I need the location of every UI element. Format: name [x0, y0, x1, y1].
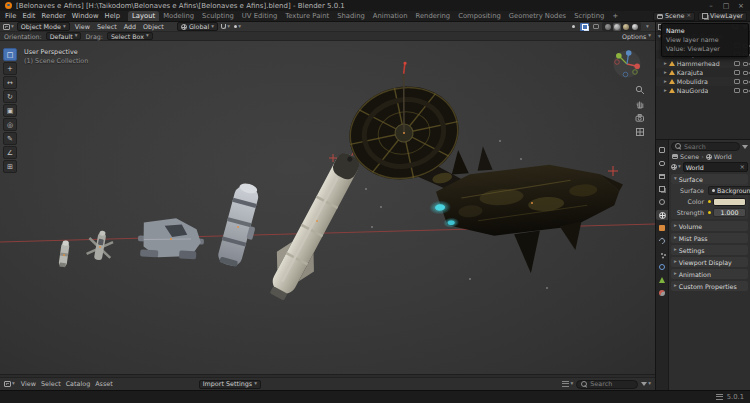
proportional-editing-toggle[interactable]: ▾	[233, 23, 242, 31]
tab-output[interactable]	[656, 171, 668, 181]
shading-wireframe[interactable]	[604, 23, 612, 31]
tool-annotate[interactable]: ✎	[3, 132, 17, 145]
tab-layout[interactable]: Layout	[128, 11, 159, 21]
viewport-visibility-icon[interactable]	[734, 70, 740, 75]
viewport-menu-select[interactable]: Select	[95, 23, 119, 31]
zoom-icon[interactable]	[635, 85, 645, 95]
tool-cursor[interactable]: +	[3, 62, 17, 75]
menu-window[interactable]: Window	[69, 12, 102, 20]
tool-transform[interactable]: ◎	[3, 118, 17, 131]
tab-view-layer[interactable]	[656, 184, 668, 194]
menu-render[interactable]: Render	[39, 12, 69, 20]
tab-animation[interactable]: Animation	[369, 11, 412, 21]
tab-shading[interactable]: Shading	[333, 11, 369, 21]
viewport-visibility-icon[interactable]	[734, 88, 740, 93]
mode-selector[interactable]: Object Mode▾	[17, 22, 70, 31]
camera-view-icon[interactable]	[635, 113, 645, 123]
tool-rotate[interactable]: ↻	[3, 90, 17, 103]
tab-tool[interactable]	[656, 145, 668, 155]
ship-ring-rotor[interactable]	[336, 53, 471, 207]
tool-move[interactable]: ↔	[3, 76, 17, 89]
tab-geometry-nodes[interactable]: Geometry Nodes	[505, 11, 570, 21]
outliner-row-naugorda[interactable]: ▸ NauGorda	[656, 86, 750, 95]
tab-scripting[interactable]: Scripting	[570, 11, 608, 21]
menu-help[interactable]: Help	[102, 12, 124, 20]
tab-object[interactable]	[656, 223, 668, 233]
surface-panel-header[interactable]: ▾ Surface	[671, 174, 748, 184]
tab-physics[interactable]	[656, 262, 668, 272]
perspective-toggle-icon[interactable]	[635, 127, 645, 137]
drag-selector[interactable]: Select Box▾	[107, 32, 153, 40]
import-settings-dropdown[interactable]: Import Settings ▾	[199, 380, 261, 389]
viewport-visibility-icon[interactable]	[734, 79, 740, 84]
tool-select-box[interactable]: □	[3, 48, 17, 61]
outliner-row-karajuta[interactable]: ▸ Karajuta	[656, 68, 750, 77]
asset-menu-view[interactable]: View	[19, 380, 38, 388]
asset-filter-button[interactable]: ▾	[641, 380, 651, 388]
shading-material[interactable]	[622, 23, 630, 31]
strength-value-field[interactable]: 1.000	[713, 208, 746, 217]
ship-fighter[interactable]	[86, 229, 115, 262]
maximize-button[interactable]: □	[722, 2, 730, 10]
tab-modifiers[interactable]	[656, 236, 668, 246]
tab-compositing[interactable]: Compositing	[454, 11, 505, 21]
render-visibility-icon[interactable]	[743, 80, 748, 84]
viewport-menu-object[interactable]: Object	[141, 23, 166, 31]
tab-object-data[interactable]	[656, 275, 668, 285]
minimize-button[interactable]: –	[707, 2, 715, 10]
tab-world[interactable]	[656, 210, 668, 220]
render-visibility-icon[interactable]	[743, 71, 748, 75]
unlink-datablock-icon[interactable]: ×	[740, 163, 745, 171]
asset-search-input[interactable]: Search	[576, 380, 638, 389]
close-button[interactable]: ×	[737, 2, 745, 10]
scene-selector[interactable]: Scene ×	[653, 12, 695, 21]
navigation-gizmo[interactable]	[612, 49, 642, 83]
custom-properties-panel-header[interactable]: ▸ Custom Properties	[671, 281, 748, 291]
color-decorator-icon[interactable]	[708, 200, 711, 203]
animation-panel-header[interactable]: ▸ Animation	[671, 269, 748, 279]
tab-sculpting[interactable]: Sculpting	[198, 11, 238, 21]
asset-menu-select[interactable]: Select	[39, 380, 63, 388]
render-visibility-icon[interactable]	[743, 62, 748, 66]
scene-close-icon[interactable]: ×	[686, 13, 691, 19]
add-workspace-button[interactable]: +	[608, 11, 622, 21]
strength-decorator-icon[interactable]	[708, 211, 711, 214]
viewport-3d[interactable]: □ + ↔ ↻ ▣ ◎ ✎ ∠ ⊞ User Perspective (1) S…	[0, 41, 655, 374]
asset-menu-catalog[interactable]: Catalog	[64, 380, 93, 388]
menu-edit[interactable]: Edit	[19, 12, 38, 20]
tab-uv-editing[interactable]: UV Editing	[238, 11, 281, 21]
show-gizmo-toggle[interactable]	[569, 23, 578, 31]
outliner-row-hammerhead[interactable]: ▸ Hammerhead	[656, 59, 750, 68]
overlays-toggle[interactable]	[580, 23, 589, 31]
settings-panel-header[interactable]: ▸ Settings	[671, 245, 748, 255]
world-datablock-browse-button[interactable]: ▾	[671, 163, 681, 171]
shading-solid[interactable]	[613, 23, 621, 31]
breadcrumb-world[interactable]: World	[714, 153, 732, 160]
world-color-swatch[interactable]	[713, 198, 746, 206]
world-name-field[interactable]: World ×	[683, 162, 748, 172]
orientation-selector[interactable]: Default▾	[46, 32, 82, 40]
ship-large-dark[interactable]	[425, 137, 629, 280]
mist-pass-panel-header[interactable]: ▸ Mist Pass	[671, 233, 748, 243]
tool-measure[interactable]: ∠	[3, 146, 17, 159]
tool-scale[interactable]: ▣	[3, 104, 17, 117]
asset-editor-type-button[interactable]: ▾	[4, 380, 15, 388]
tab-texture-paint[interactable]: Texture Paint	[281, 11, 333, 21]
tab-modeling[interactable]: Modeling	[159, 11, 198, 21]
surface-shader-button[interactable]: Background	[708, 186, 750, 195]
viewport-visibility-icon[interactable]	[734, 61, 740, 66]
viewport-display-panel-header[interactable]: ▸ Viewport Display	[671, 257, 748, 267]
tab-render[interactable]	[656, 158, 668, 168]
transform-orientation-selector[interactable]: Global ▾	[177, 22, 218, 31]
ship-tiny[interactable]	[58, 240, 70, 267]
display-mode-button[interactable]: ▾	[562, 380, 573, 388]
tool-options-dropdown[interactable]: Options▾	[622, 33, 651, 40]
shading-rendered[interactable]	[631, 23, 639, 31]
xray-toggle[interactable]	[591, 23, 600, 31]
ship-cylinder[interactable]	[216, 181, 266, 269]
volume-panel-header[interactable]: ▸ Volume	[671, 221, 748, 231]
pan-hand-icon[interactable]	[635, 99, 645, 109]
view-layer-selector[interactable]: ViewLayer	[698, 12, 747, 21]
viewport-menu-view[interactable]: View	[73, 23, 92, 31]
snap-toggle[interactable]: ▾	[221, 23, 230, 31]
